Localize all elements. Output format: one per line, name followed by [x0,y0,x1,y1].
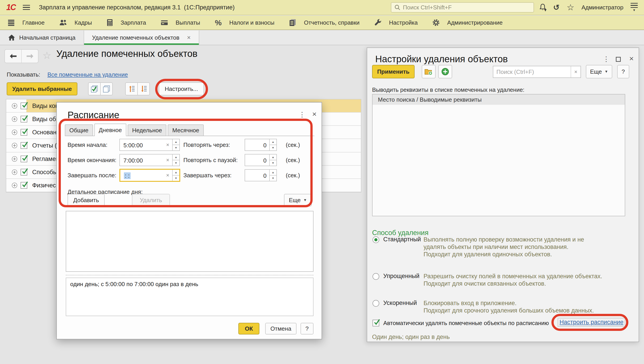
spinner[interactable]: ▲▼ [172,139,179,150]
favorites-star-icon[interactable]: ☆ [567,3,574,12]
panel-menu-icon[interactable]: ⋮ [603,55,610,63]
auto-delete-checkbox[interactable] [372,320,379,326]
spinner[interactable]: ▲▼ [269,154,276,166]
gear-icon [432,19,440,26]
row-checkbox[interactable] [20,182,27,189]
configure-schedule-link[interactable]: Настроить расписание [558,318,625,327]
more-button[interactable]: Еще▼ [284,194,312,206]
spinner[interactable]: ▲▼ [269,139,276,150]
start-time-field[interactable]: 5:00:00 × ▲▼ [120,139,180,151]
panel-maximize-icon[interactable] [616,57,621,62]
spinner[interactable]: ▲▼ [269,170,276,181]
finish-after-label: Завершать после: [68,169,116,181]
tab-dnevnoe[interactable]: Дневное [94,124,126,136]
uncheck-all-button[interactable] [100,82,113,95]
finish-through-label: Завершать через: [183,169,232,181]
tab-udalenie-obektov[interactable]: Удаление помеченных объектов × [84,31,199,45]
expand-icon[interactable] [12,183,18,188]
detail-schedule-list[interactable] [66,211,314,272]
repeat-after-field[interactable]: 0 ▲▼ [245,139,277,151]
menu-item-glavnoe[interactable]: Главное [8,16,44,30]
expand-icon[interactable] [12,103,18,109]
forward-button[interactable] [21,50,38,63]
history-icon[interactable]: ↺ [553,3,560,12]
calculator-icon [107,19,113,26]
back-button[interactable] [5,50,21,63]
dialog-help-button[interactable]: ? [300,323,314,334]
add-group-button[interactable] [422,65,436,78]
global-search-input[interactable]: Поиск Ctrl+Shift+F [391,2,534,13]
dialog-tabs: Общие Дневное Недельное Месячное [65,124,314,136]
notifications-bell-icon[interactable]: ▼ [539,4,546,11]
dialog-menu-icon[interactable]: ⋮ [299,111,306,118]
row-checkbox[interactable] [20,155,27,162]
add-button[interactable]: Добавить [68,194,105,206]
favorite-star-icon[interactable]: ☆ [42,50,51,61]
current-user[interactable]: Администратор [582,4,624,11]
clear-search-icon[interactable]: × [571,66,580,77]
panel-more-button[interactable]: Еще▼ [586,65,612,78]
menu-item-kadry[interactable]: Кадры [59,16,92,30]
menu-item-nalogi[interactable]: % Налоги и взносы [215,16,274,30]
panel-help-button[interactable]: ? [617,65,629,78]
panel-search-input[interactable]: Поиск (Ctrl+F) × [493,66,581,78]
ok-button[interactable]: ОК [238,323,260,334]
splitter[interactable] [66,275,314,275]
reports-icon [289,19,296,26]
attributes-table-body[interactable] [372,105,625,216]
tab-obschie[interactable]: Общие [65,124,93,136]
finish-through-field[interactable]: 0 ▲▼ [245,169,277,181]
seconds-unit: (сек.) [286,169,300,181]
search-placeholder: Поиск Ctrl+Shift+F [403,4,452,11]
expand-icon[interactable] [12,129,18,135]
attributes-table-header[interactable]: Место поиска / Выводимые реквизиты [372,94,625,105]
menu-item-nastroyka[interactable]: Настройка [374,16,418,30]
expand-icon[interactable] [12,116,18,122]
clear-icon[interactable]: × [163,139,172,150]
start-time-label: Время начала: [68,139,108,151]
clear-icon[interactable]: × [163,170,172,181]
panel-close-icon[interactable]: × [629,54,634,63]
row-checkbox[interactable] [20,129,27,136]
user-menu-icon[interactable]: ▼ [630,3,638,12]
expand-icon[interactable] [12,169,18,175]
cancel-button[interactable]: Отмена [265,323,296,334]
dialog-close-icon[interactable]: × [312,110,317,118]
radio-uproschennyy[interactable] [372,273,379,280]
end-time-field[interactable]: 7:00:00 × ▲▼ [120,154,180,166]
menu-item-administrirovanie[interactable]: Администрирование [432,16,503,30]
dropdown-arrow-icon: ▼ [304,198,307,202]
repeat-pause-field[interactable]: 0 ▲▼ [245,154,277,166]
row-checkbox[interactable] [20,116,27,122]
tab-nedelnoe[interactable]: Недельное [128,124,166,136]
radio-standartnyy[interactable] [372,236,379,243]
move-up-button[interactable] [125,82,138,95]
check-all-button[interactable] [88,82,100,95]
search-placeholder: Поиск (Ctrl+F) [493,69,571,75]
row-checkbox[interactable] [20,103,27,109]
show-filter-link[interactable]: Все помеченные на удаление [48,71,128,78]
tab-close-icon[interactable]: × [187,34,190,41]
add-button[interactable] [438,65,452,78]
radio-uskorennyy[interactable] [372,300,379,307]
delete-button[interactable]: Удалить [132,194,170,206]
apply-button[interactable]: Применить [372,65,414,78]
menu-item-otchetnost[interactable]: Отчетность, справки [289,16,360,30]
row-checkbox[interactable] [20,142,27,149]
menu-item-vyplaty[interactable]: Выплаты [161,16,200,30]
expand-icon[interactable] [12,156,18,162]
schedule-dialog: Расписание ⋮ × Общие Дневное Недельное М… [56,102,322,339]
spinner[interactable]: ▲▼ [172,154,179,166]
clear-icon[interactable]: × [163,154,172,166]
configure-button[interactable]: Настроить... [159,82,204,95]
finish-after-field[interactable]: : : × ▲▼ [120,169,180,182]
row-checkbox[interactable] [20,169,27,175]
move-down-button[interactable] [137,82,150,95]
delete-selected-button[interactable]: Удалить выбранные [7,82,77,95]
tab-mesyachnoe[interactable]: Месячное [168,124,204,136]
expand-icon[interactable] [12,143,18,148]
menu-item-zarplata[interactable]: Зарплата [107,16,146,30]
main-menu-icon[interactable] [23,5,30,10]
tab-home[interactable]: Начальная страница [0,31,84,45]
spinner[interactable]: ▲▼ [172,170,179,181]
